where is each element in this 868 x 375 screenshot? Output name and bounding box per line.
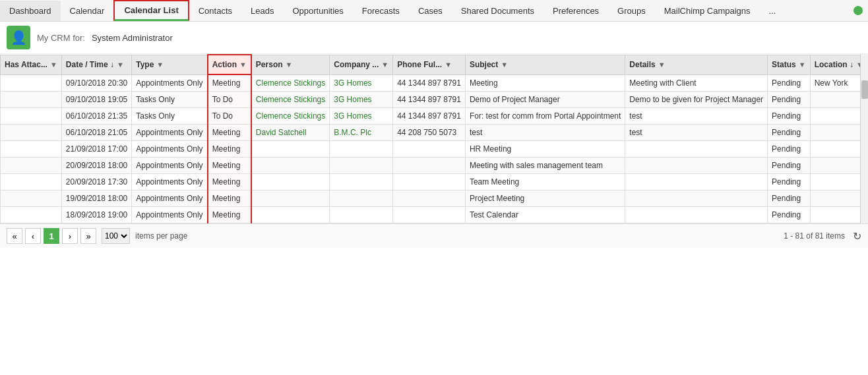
company-cell xyxy=(330,174,393,190)
table-row: 20/09/2018 17:30Appointments OnlyMeeting… xyxy=(1,174,868,190)
first-page-button[interactable]: « xyxy=(7,228,22,244)
header-bar: 👤 My CRM for: System Administrator xyxy=(0,22,868,54)
has-attach-cell xyxy=(1,74,62,92)
person-cell xyxy=(251,174,330,190)
user-name: System Administrator xyxy=(92,33,173,43)
subject-cell: test xyxy=(465,125,625,141)
datetime-cell: 20/09/2018 18:00 xyxy=(61,158,131,174)
per-page-select[interactable]: 102050100200 xyxy=(102,228,130,244)
datetime-cell: 06/10/2018 21:05 xyxy=(61,125,131,141)
phone-cell xyxy=(393,174,466,190)
nav-item-opportunities[interactable]: Opportunities xyxy=(283,1,352,21)
subject-cell: Meeting xyxy=(465,74,625,92)
col-header-date-time-: Date / Time ↓▼ xyxy=(61,55,131,74)
datetime-cell: 18/09/2018 19:00 xyxy=(61,207,131,223)
location-cell xyxy=(810,125,867,141)
pagination-summary: 1 - 81 of 81 items xyxy=(784,231,845,241)
filter-icon-9[interactable]: ▼ xyxy=(799,61,806,69)
subject-cell: Meeting with sales management team xyxy=(465,158,625,174)
action-cell: To Do xyxy=(208,92,251,108)
company-cell[interactable]: B.M.C. Plc xyxy=(330,125,393,141)
subject-cell: Project Meeting xyxy=(465,190,625,207)
type-cell: Appointments Only xyxy=(132,207,208,223)
nav-item-leads[interactable]: Leads xyxy=(241,1,283,21)
location-cell xyxy=(810,207,867,223)
phone-cell xyxy=(393,207,466,223)
nav-item-calendar-list[interactable]: Calendar List xyxy=(113,0,189,21)
details-cell: Meeting with Client xyxy=(625,74,768,92)
status-cell: Pending xyxy=(768,125,811,141)
phone-cell xyxy=(393,141,466,158)
person-cell[interactable]: David Satchell xyxy=(251,125,330,141)
subject-cell: HR Meeting xyxy=(465,141,625,158)
filter-icon-7[interactable]: ▼ xyxy=(501,61,508,69)
nav-item-dashboard[interactable]: Dashboard xyxy=(0,1,61,21)
details-cell: test xyxy=(625,125,768,141)
col-header-details: Details▼ xyxy=(625,55,768,74)
action-cell: Meeting xyxy=(208,74,251,92)
table-row: 21/09/2018 17:00Appointments OnlyMeeting… xyxy=(1,141,868,158)
nav-item-mailchimp-campaigns[interactable]: MailChimp Campaigns xyxy=(655,1,760,21)
filter-icon-1[interactable]: ▼ xyxy=(117,61,124,69)
has-attach-cell xyxy=(1,92,62,108)
person-cell[interactable]: Clemence Stickings xyxy=(251,92,330,108)
person-cell[interactable]: Clemence Stickings xyxy=(251,74,330,92)
subject-cell: Team Meeting xyxy=(465,174,625,190)
table-header: Has Attac...▼Date / Time ↓▼Type▼Action▼P… xyxy=(1,55,868,74)
items-per-page-label: items per page xyxy=(135,231,187,241)
table-row: 09/10/2018 20:30Appointments OnlyMeeting… xyxy=(1,74,868,92)
datetime-cell: 21/09/2018 17:00 xyxy=(61,141,131,158)
nav-item-preferences[interactable]: Preferences xyxy=(543,1,608,21)
table-container: Has Attac...▼Date / Time ↓▼Type▼Action▼P… xyxy=(0,54,868,223)
prev-page-button[interactable]: ‹ xyxy=(25,228,41,244)
col-header-location-: Location ↓▼ xyxy=(810,55,867,74)
datetime-cell: 19/09/2018 18:00 xyxy=(61,190,131,207)
col-header-type: Type▼ xyxy=(132,55,208,74)
details-cell: test xyxy=(625,108,768,125)
phone-cell xyxy=(393,190,466,207)
current-page-button[interactable]: 1 xyxy=(44,228,59,244)
filter-icon-6[interactable]: ▼ xyxy=(445,61,452,69)
table-row: 20/09/2018 18:00Appointments OnlyMeeting… xyxy=(1,158,868,174)
nav-item-calendar[interactable]: Calendar xyxy=(61,1,114,21)
col-header-phone-ful-: Phone Ful...▼ xyxy=(393,55,466,74)
col-header-status: Status▼ xyxy=(768,55,811,74)
action-cell: Meeting xyxy=(208,190,251,207)
nav-bar: DashboardCalendarCalendar ListContactsLe… xyxy=(0,0,868,22)
phone-cell: 44 1344 897 8791 xyxy=(393,108,466,125)
company-cell[interactable]: 3G Homes xyxy=(330,74,393,92)
details-cell xyxy=(625,207,768,223)
nav-item-cases[interactable]: Cases xyxy=(409,1,452,21)
status-cell: Pending xyxy=(768,190,811,207)
nav-item-...[interactable]: ... xyxy=(760,1,786,21)
filter-icon-5[interactable]: ▼ xyxy=(381,61,388,69)
person-cell[interactable]: Clemence Stickings xyxy=(251,108,330,125)
refresh-icon[interactable]: ↻ xyxy=(853,230,861,243)
nav-item-shared-documents[interactable]: Shared Documents xyxy=(452,1,543,21)
nav-item-contacts[interactable]: Contacts xyxy=(189,1,241,21)
action-cell: Meeting xyxy=(208,141,251,158)
table-row: 18/09/2018 19:00Appointments OnlyMeeting… xyxy=(1,207,868,223)
status-cell: Pending xyxy=(768,92,811,108)
next-page-button[interactable]: › xyxy=(62,228,78,244)
table-row: 19/09/2018 18:00Appointments OnlyMeeting… xyxy=(1,190,868,207)
phone-cell: 44 1344 897 8791 xyxy=(393,74,466,92)
filter-icon-3[interactable]: ▼ xyxy=(239,61,247,69)
filter-icon-8[interactable]: ▼ xyxy=(658,61,666,69)
person-cell xyxy=(251,190,330,207)
nav-item-groups[interactable]: Groups xyxy=(608,1,655,21)
filter-icon-4[interactable]: ▼ xyxy=(286,61,293,69)
company-cell[interactable]: 3G Homes xyxy=(330,108,393,125)
has-attach-cell xyxy=(1,125,62,141)
type-cell: Tasks Only xyxy=(132,108,208,125)
status-cell: Pending xyxy=(768,158,811,174)
last-page-button[interactable]: » xyxy=(80,228,96,244)
location-cell xyxy=(810,141,867,158)
filter-icon-0[interactable]: ▼ xyxy=(50,61,57,69)
company-cell[interactable]: 3G Homes xyxy=(330,92,393,108)
location-cell xyxy=(810,158,867,174)
filter-icon-2[interactable]: ▼ xyxy=(156,61,164,69)
nav-item-forecasts[interactable]: Forecasts xyxy=(353,1,409,21)
location-cell xyxy=(810,174,867,190)
details-cell xyxy=(625,141,768,158)
